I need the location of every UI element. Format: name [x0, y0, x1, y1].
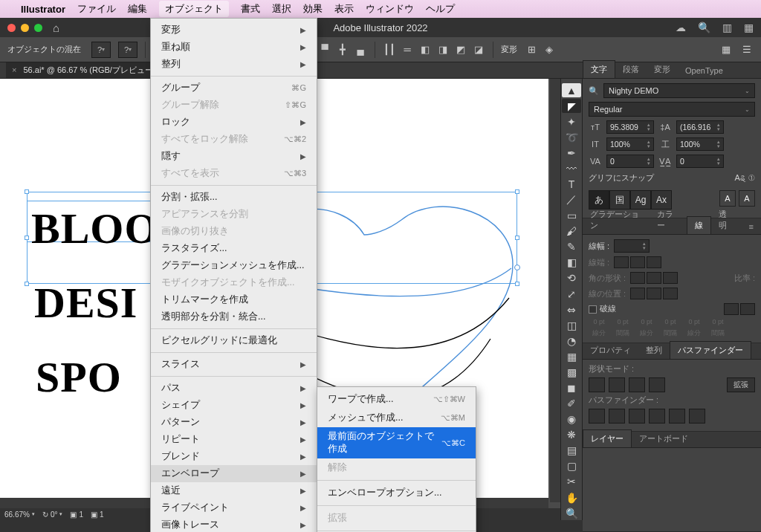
minimize-window-icon[interactable] — [21, 24, 29, 32]
menu-type[interactable]: 書式 — [241, 2, 260, 16]
menu-item[interactable]: エンベロープ▶ — [151, 465, 317, 482]
corner-round[interactable] — [647, 272, 661, 284]
shape-minus-icon[interactable] — [609, 377, 625, 392]
cap-square[interactable] — [647, 256, 661, 268]
isolate-icon[interactable]: ◈ — [543, 43, 556, 56]
menu-item[interactable]: 画像トレース▶ — [151, 516, 317, 532]
vertical-scrollbar[interactable] — [550, 79, 560, 502]
menu-item[interactable]: ロック▶ — [151, 114, 317, 131]
text-line-2[interactable]: DESI — [34, 278, 137, 328]
document-tab[interactable]: × 56.ai* @ 66.67 % (RGB/プレビュー) — [6, 62, 167, 78]
home-icon[interactable]: ⌂ — [53, 22, 59, 34]
hscale-field[interactable]: 100%▴▾ — [606, 137, 654, 151]
menu-item[interactable]: 変形▶ — [151, 22, 317, 39]
align-top-icon[interactable]: ▀ — [318, 43, 331, 56]
leading-field[interactable]: (166.916▴▾ — [676, 120, 724, 134]
rotation[interactable]: ↻ 0° ▾ — [42, 510, 63, 519]
reference-point-icon[interactable]: ⊞ — [525, 43, 538, 56]
graph-tool-icon[interactable]: ▤ — [562, 444, 581, 458]
tab-opentype[interactable]: OpenType — [678, 63, 731, 78]
eyedropper-tool-icon[interactable]: ✐ — [562, 397, 581, 411]
search-icon[interactable]: 🔍 — [698, 22, 710, 33]
menu-item[interactable]: ラスタライズ... — [151, 240, 317, 257]
align-inside[interactable] — [647, 288, 661, 299]
menu-edit[interactable]: 編集 — [128, 2, 147, 16]
transform-label[interactable]: 変形 — [501, 44, 517, 55]
dash-align[interactable] — [740, 303, 755, 315]
status-val-1[interactable]: ▣ 1 — [70, 510, 83, 519]
menu-view[interactable]: 表示 — [334, 2, 354, 16]
align-bottom-icon[interactable]: ▄ — [354, 43, 367, 56]
tab-align[interactable]: 整列 — [638, 342, 670, 359]
menu-item[interactable]: トリムマークを作成 — [151, 291, 317, 308]
paintbrush-tool-icon[interactable]: 🖌 — [562, 224, 581, 239]
menu-item[interactable]: リピート▶ — [151, 431, 317, 448]
corner-bevel[interactable] — [663, 272, 678, 284]
menu-select[interactable]: 選択 — [272, 2, 291, 16]
tab-transparency[interactable]: 透明 — [711, 206, 741, 234]
mesh-tool-icon[interactable]: ▩ — [562, 365, 581, 379]
font-family-field[interactable]: Nighty DEMO⌄ — [603, 83, 755, 98]
cloud-sync-icon[interactable]: ☁ — [676, 22, 686, 33]
stroke-weight-field[interactable]: ▴▾ — [614, 239, 650, 253]
submenu-item[interactable]: メッシュで作成...⌥⌘M — [317, 409, 476, 427]
slice-tool-icon[interactable]: ✂ — [562, 475, 581, 489]
tab-stroke[interactable]: 線 — [687, 216, 711, 234]
menu-item[interactable]: スライス▶ — [151, 356, 317, 373]
pathfinder-unite-icon[interactable]: ◧ — [418, 43, 432, 56]
text-line-1[interactable]: BLOO — [31, 204, 159, 253]
selection-handle[interactable] — [25, 236, 29, 240]
pf-outline-icon[interactable] — [669, 409, 685, 424]
menu-item[interactable]: 隠す▶ — [151, 148, 317, 165]
setup-icon[interactable]: ▦ — [719, 43, 733, 56]
fill-swatch[interactable]: ?▾ — [91, 42, 111, 58]
pf-divide-icon[interactable] — [589, 409, 605, 424]
panel-menu-icon[interactable]: ≡ — [742, 219, 761, 234]
rotate-tool-icon[interactable]: ⟲ — [562, 271, 581, 285]
align-vcenter-icon[interactable]: ╋ — [336, 43, 349, 56]
layers-panel[interactable] — [583, 448, 761, 532]
shaper-tool-icon[interactable]: ✎ — [562, 240, 581, 254]
menu-item[interactable]: パターン▶ — [151, 414, 317, 431]
corner-miter[interactable] — [630, 272, 645, 284]
selection-handle[interactable] — [25, 189, 29, 194]
glyph-extra-2[interactable]: A — [739, 190, 755, 207]
tab-transform[interactable]: 変形 — [647, 61, 678, 78]
tab-gradient[interactable]: グラデーション — [583, 206, 650, 234]
selection-tool-icon[interactable]: ▲ — [562, 83, 581, 97]
magic-wand-tool-icon[interactable]: ✦ — [562, 114, 581, 129]
menu-window[interactable]: ウィンドウ — [366, 2, 414, 16]
expand-button[interactable]: 拡張 — [727, 377, 755, 392]
perspective-tool-icon[interactable]: ▦ — [562, 349, 581, 363]
menu-help[interactable]: ヘルプ — [426, 2, 455, 16]
stroke-swatch[interactable]: ?▾ — [118, 42, 137, 58]
glyph-extra-1[interactable]: A — [719, 190, 736, 207]
menu-item[interactable]: パス▶ — [151, 380, 317, 397]
more-options-icon[interactable]: ☰ — [740, 43, 754, 56]
eraser-tool-icon[interactable]: ◧ — [562, 256, 581, 270]
tab-color[interactable]: カラー — [650, 206, 687, 234]
app-name[interactable]: Illustrator — [21, 4, 65, 15]
line-tool-icon[interactable]: ／ — [562, 193, 581, 207]
shape-intersect-icon[interactable] — [629, 377, 645, 392]
font-style-field[interactable]: Regular⌄ — [589, 102, 755, 117]
menu-item[interactable]: シェイプ▶ — [151, 397, 317, 414]
tab-properties[interactable]: プロパティ — [583, 342, 638, 359]
shape-unite-icon[interactable] — [589, 377, 605, 392]
pathfinder-exclude-icon[interactable]: ◪ — [472, 43, 485, 56]
shape-builder-tool-icon[interactable]: ◔ — [562, 334, 581, 348]
menu-item[interactable]: ライブペイント▶ — [151, 499, 317, 516]
menu-item[interactable]: ピクセルグリッドに最適化 — [151, 332, 317, 349]
pf-crop-icon[interactable] — [649, 409, 665, 424]
direct-selection-tool-icon[interactable]: ◤ — [562, 99, 581, 113]
type-tool-icon[interactable]: T — [562, 177, 581, 191]
selection-handle[interactable] — [25, 282, 29, 286]
pf-merge-icon[interactable] — [629, 409, 645, 424]
distribute-h-icon[interactable]: ┃┃ — [383, 43, 396, 56]
tab-pathfinder[interactable]: パスファインダー — [670, 341, 751, 359]
artboard-tool-icon[interactable]: ▢ — [562, 459, 581, 473]
pathfinder-intersect-icon[interactable]: ◩ — [454, 43, 467, 56]
snap-options-icon[interactable]: Aୡ ① — [735, 173, 755, 183]
menu-file[interactable]: ファイル — [77, 2, 116, 16]
width-tool-icon[interactable]: ⇔ — [562, 302, 581, 317]
